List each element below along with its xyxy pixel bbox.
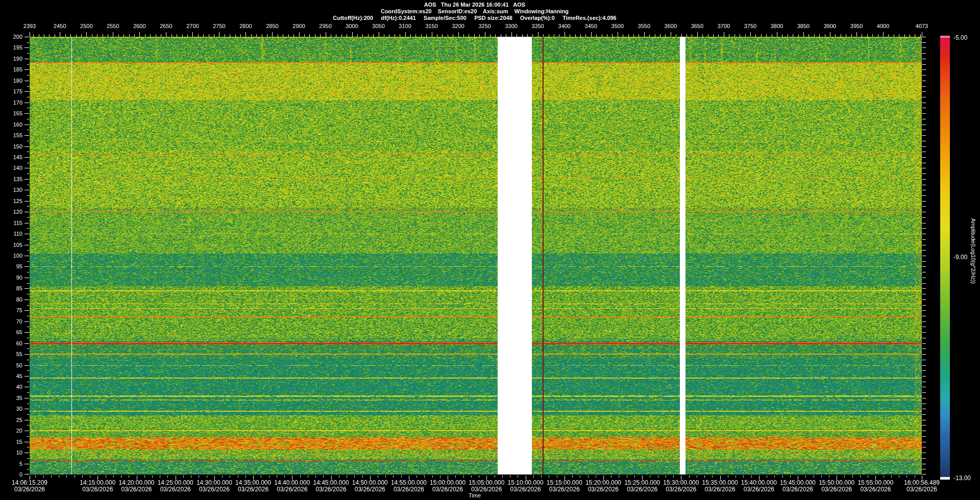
time-tick-date: 03/26/2026 xyxy=(274,486,310,493)
frequency-tick-label: 135 xyxy=(0,176,22,182)
record-tick-label: 3650 xyxy=(691,23,703,29)
time-tick-date: 03/26/2026 xyxy=(663,486,699,493)
record-tick-label: 3800 xyxy=(771,23,783,29)
time-tick-date: 03/26/2026 xyxy=(352,486,388,493)
time-tick-date: 03/26/2026 xyxy=(118,486,154,493)
frequency-tick-label: 90 xyxy=(0,274,22,281)
time-tick-label: 15:40:00.00003/26/2026 xyxy=(741,480,777,493)
record-tick-label: 2450 xyxy=(54,23,66,29)
time-tick-date: 03/26/2026 xyxy=(904,486,940,493)
record-tick-label: 3600 xyxy=(665,23,677,29)
frequency-tick-label: 150 xyxy=(0,143,22,149)
time-axis-title: Time xyxy=(469,492,481,498)
frequency-tick-label: 140 xyxy=(0,165,22,171)
frequency-tick-label: 190 xyxy=(0,56,22,62)
time-tick-label: 14:55:00.00003/26/2026 xyxy=(391,480,427,493)
frequency-tick-label: 30 xyxy=(0,406,22,412)
colorbar-tick-min: -13.00 xyxy=(953,474,971,482)
time-tick-label: 15:45:00.00003/26/2026 xyxy=(780,480,816,493)
frequency-tick-label: 100 xyxy=(0,253,22,259)
frequency-tick-label: 105 xyxy=(0,242,22,248)
record-tick-label: 3100 xyxy=(399,23,411,29)
frequency-tick-label: 40 xyxy=(0,384,22,390)
frequency-tick-label: 165 xyxy=(0,110,22,116)
record-tick-label: 3150 xyxy=(425,23,437,29)
time-tick-label: 15:30:00.00003/26/2026 xyxy=(663,480,699,493)
time-tick-label: 15:55:00.00003/26/2026 xyxy=(857,480,893,493)
frequency-tick-label: 115 xyxy=(0,220,22,226)
time-tick-date: 03/26/2026 xyxy=(235,486,271,493)
frequency-tick-label: 155 xyxy=(0,132,22,138)
time-tick-label: 14:25:00.00003/26/2026 xyxy=(158,480,193,493)
frequency-tick-label: 125 xyxy=(0,198,22,204)
frequency-tick-label: 50 xyxy=(0,362,22,368)
frequency-tick-label: 20 xyxy=(0,428,22,434)
frequency-tick-label: 15 xyxy=(0,439,22,445)
frequency-tick-label: 5 xyxy=(0,461,22,467)
record-tick-label: 3250 xyxy=(478,23,491,29)
time-tick-date: 03/26/2026 xyxy=(819,486,854,493)
record-tick-label: 2650 xyxy=(160,23,172,29)
frequency-tick-label: 185 xyxy=(0,66,22,72)
record-tick-label: 2750 xyxy=(213,23,225,29)
record-tick-label: 3450 xyxy=(585,23,597,29)
frequency-tick-label: 75 xyxy=(0,307,22,313)
record-tick-label: 2393 xyxy=(23,23,36,29)
header-params-line2: Cuttoff(Hz):200 df(Hz):0.2441 Sample/Sec… xyxy=(333,15,617,21)
record-tick-label: 2550 xyxy=(107,23,119,29)
time-tick-label: 15:50:00.00003/26/2026 xyxy=(819,480,854,493)
record-tick-label: 3000 xyxy=(346,23,358,29)
time-tick-date: 03/26/2026 xyxy=(780,486,816,493)
frequency-tick-label: 170 xyxy=(0,99,22,106)
time-tick-label: 14:45:00.00003/26/2026 xyxy=(313,480,349,493)
time-tick-date: 03/26/2026 xyxy=(391,486,427,493)
time-tick-date: 03/26/2026 xyxy=(702,486,738,493)
frequency-tick-label: 145 xyxy=(0,154,22,160)
record-tick-label: 2950 xyxy=(319,23,331,29)
time-tick-date: 03/26/2026 xyxy=(585,486,621,493)
time-tick-label: 15:20:00.00003/26/2026 xyxy=(585,480,621,493)
frequency-tick-label: 85 xyxy=(0,285,22,291)
frequency-tick-label: 55 xyxy=(0,351,22,357)
time-tick-label: 14:15:00.00003/26/2026 xyxy=(80,480,115,493)
colorbar-tick-mid: -9.00 xyxy=(953,254,967,261)
time-tick-date: 03/26/2026 xyxy=(158,486,193,493)
spectrogram-plot xyxy=(0,0,980,500)
frequency-tick-label: 180 xyxy=(0,78,22,84)
time-tick-date: 03/26/2026 xyxy=(313,486,349,493)
record-tick-label: 3700 xyxy=(718,23,730,29)
frequency-tick-label: 160 xyxy=(0,121,22,128)
time-tick-date: 03/26/2026 xyxy=(547,486,582,493)
record-tick-label: 3400 xyxy=(558,23,571,29)
frequency-tick-label: 45 xyxy=(0,373,22,379)
time-tick-date: 03/26/2026 xyxy=(197,486,232,493)
frequency-tick-label: 120 xyxy=(0,209,22,215)
time-tick-label: 15:00:00.00003/26/2026 xyxy=(430,480,465,493)
time-tick-date: 03/26/2026 xyxy=(12,486,47,493)
record-tick-label: 4000 xyxy=(877,23,889,29)
time-tick-label: 14:30:00.00003/26/2026 xyxy=(197,480,232,493)
frequency-tick-label: 25 xyxy=(0,417,22,423)
header-params-line1: CoordSystem:es20 SensorID:es20 Axis:sum … xyxy=(381,8,569,14)
spectrogram-window: AOS Thu 26 Mar 2026 16:00:41 AOS CoordSy… xyxy=(0,0,980,500)
time-tick-label: 14:50:00.00003/26/2026 xyxy=(352,480,388,493)
time-tick-label: 14:20:00.00003/26/2026 xyxy=(118,480,154,493)
time-tick-date: 03/26/2026 xyxy=(430,486,465,493)
time-tick-label: 14:40:00.00003/26/2026 xyxy=(274,480,310,493)
record-tick-label: 3750 xyxy=(744,23,756,29)
frequency-tick-label: 95 xyxy=(0,263,22,269)
time-tick-date: 03/26/2026 xyxy=(80,486,115,493)
time-tick-date: 03/26/2026 xyxy=(508,486,544,493)
record-tick-label: 2900 xyxy=(292,23,305,29)
time-tick-label: 15:15:00.00003/26/2026 xyxy=(547,480,582,493)
record-tick-label: 3050 xyxy=(372,23,384,29)
record-tick-label: 2500 xyxy=(80,23,92,29)
record-tick-label: 3550 xyxy=(638,23,650,29)
record-tick-label: 3950 xyxy=(850,23,863,29)
frequency-tick-label: 70 xyxy=(0,318,22,324)
time-tick-date: 03/26/2026 xyxy=(857,486,893,493)
time-tick-label: 16:00:56.48903/26/2026 xyxy=(904,480,940,493)
frequency-tick-label: 195 xyxy=(0,44,22,51)
record-tick-label: 3500 xyxy=(611,23,624,29)
record-tick-label: 3900 xyxy=(824,23,836,29)
